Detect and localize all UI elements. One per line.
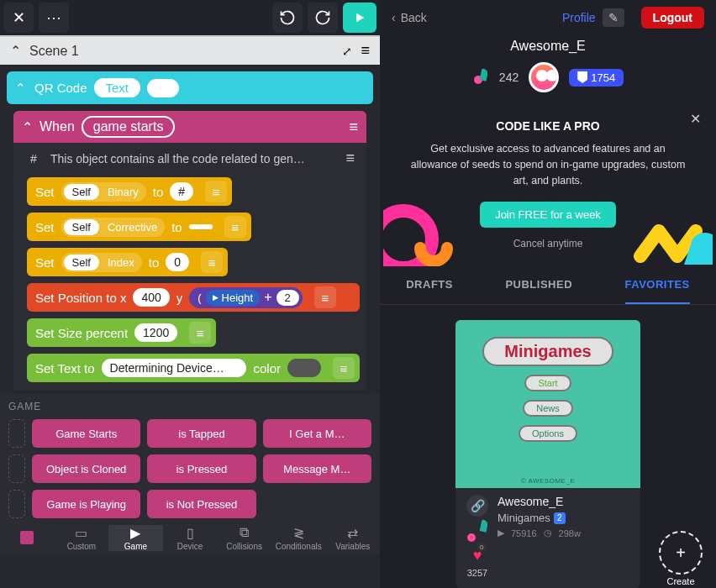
chevron-up-icon: ⌃ — [15, 81, 26, 96]
plant-icon — [466, 520, 489, 543]
object-value[interactable] — [147, 79, 179, 97]
value-input[interactable]: # — [170, 182, 193, 201]
device-icon: ▯ — [187, 525, 194, 540]
project-meta: 🔗 ♥ 0 3257 Awesome_E Minigames 2 — [455, 488, 640, 588]
event-i-get-message[interactable]: I Get a M… — [263, 419, 371, 448]
promo-decoration-right — [634, 197, 713, 266]
tab-published[interactable]: PUBLISHED — [505, 266, 572, 304]
conditionals-icon: ≷ — [293, 525, 304, 540]
promo-banner: ✕ CODE LIKE A PRO Get exclusive access t… — [383, 102, 713, 266]
close-icon[interactable]: ✕ — [690, 111, 701, 127]
like-count: 3257 — [467, 568, 487, 578]
play-button[interactable] — [343, 3, 376, 33]
value-input[interactable] — [189, 224, 213, 229]
project-author: Awesome_E — [498, 495, 630, 508]
undo-button[interactable] — [272, 3, 303, 33]
menu-icon[interactable]: ≡ — [333, 357, 355, 379]
panel-label: GAME — [8, 401, 371, 412]
variables-icon: ⇄ — [347, 525, 358, 540]
create-button[interactable]: + Create — [659, 531, 703, 575]
value-input[interactable]: 0 — [166, 253, 189, 271]
set-position-block[interactable]: Set Position to x 400 y ( ▶Height + 2 ≡ — [27, 283, 360, 312]
seed-count: 242 — [499, 71, 519, 84]
menu-icon[interactable]: ≡ — [205, 181, 227, 202]
chevron-left-icon: ‹ — [392, 11, 396, 24]
redo-button[interactable] — [308, 3, 338, 33]
size-input[interactable]: 1200 — [134, 323, 177, 342]
when-condition[interactable]: game starts — [82, 116, 176, 138]
event-message-matches[interactable]: Message M… — [263, 454, 371, 483]
set-text-block[interactable]: Set Text to Determining Device… color ≡ — [27, 354, 360, 382]
set-size-block[interactable]: Set Size percent 1200 ≡ — [27, 318, 216, 347]
back-button[interactable]: ‹ Back — [392, 11, 427, 24]
profile-header: Awesome_E 242 1754 — [380, 35, 716, 102]
object-block[interactable]: ⌃ QR Code Text — [7, 71, 373, 104]
code-editor: ⌃ QR Code Text ⌃ When game starts ≡ # Th… — [0, 65, 380, 588]
event-game-playing[interactable]: Game is Playing — [32, 490, 140, 518]
tab-game[interactable]: ▶Game — [108, 525, 163, 551]
set-corrective-block[interactable]: Set SelfCorrective to ≡ — [27, 213, 251, 241]
tab-looks[interactable] — [0, 525, 55, 551]
event-is-tapped[interactable]: is Tapped — [147, 419, 255, 448]
profile-tabs: DRAFTS PUBLISHED FAVORITES — [380, 266, 716, 305]
x-input[interactable]: 400 — [133, 288, 169, 307]
y-expression[interactable]: ( ▶Height + 2 — [189, 287, 303, 308]
username: Awesome_E — [510, 39, 586, 54]
project-thumbnail: Minigames Start News Options © AWESOME_E — [455, 320, 640, 488]
fullscreen-icon[interactable]: ⤢ — [342, 45, 352, 58]
when-label: When — [39, 119, 75, 134]
link-icon[interactable]: 🔗 — [466, 495, 488, 517]
set-index-block[interactable]: Set SelfIndex to 0 ≡ — [27, 248, 228, 276]
logout-button[interactable]: Logout — [641, 7, 704, 29]
project-card[interactable]: Minigames Start News Options © AWESOME_E… — [455, 320, 640, 588]
edit-icon[interactable]: ✎ — [603, 8, 624, 27]
trophy-badge[interactable]: 1754 — [569, 69, 624, 87]
tab-device[interactable]: ▯Device — [163, 525, 218, 551]
tab-favorites[interactable]: FAVORITES — [625, 266, 690, 304]
set-binary-block[interactable]: Set SelfBinary to # ≡ — [27, 177, 232, 206]
menu-icon[interactable]: ≡ — [345, 150, 355, 167]
thumb-start: Start — [524, 375, 571, 391]
event-is-pressed[interactable]: is Pressed — [147, 454, 255, 483]
comment-text: This object contains all the code relate… — [50, 152, 337, 165]
event-not-pressed[interactable]: is Not Pressed — [147, 490, 255, 518]
menu-icon[interactable]: ≡ — [361, 42, 370, 60]
chevron-up-icon: ⌃ — [10, 43, 21, 59]
close-button[interactable]: ✕ — [3, 3, 34, 33]
more-button[interactable]: ⋯ — [39, 3, 69, 33]
event-picker: GAME Game Starts is Tapped I Get a M… Ob… — [0, 394, 380, 522]
svg-marker-0 — [356, 13, 364, 23]
menu-icon[interactable]: ≡ — [189, 322, 211, 344]
menu-icon[interactable]: ≡ — [201, 251, 223, 273]
menu-icon[interactable]: ≡ — [349, 118, 358, 136]
rule-when-block[interactable]: ⌃ When game starts ≡ — [13, 111, 366, 143]
chevron-up-icon: ⌃ — [22, 119, 33, 135]
menu-icon[interactable]: ≡ — [224, 216, 246, 238]
promo-cta[interactable]: Join FREE for a week — [480, 202, 616, 228]
play-icon: ▶ — [498, 528, 504, 538]
scene-row[interactable]: ⌃ Scene 1 ⤢ ≡ — [0, 35, 380, 65]
clock-icon: ◷ — [544, 528, 552, 538]
tab-conditionals[interactable]: ≷Conditionals — [271, 525, 326, 551]
avatar[interactable] — [529, 62, 559, 92]
tab-custom[interactable]: ▭Custom — [55, 525, 109, 551]
tab-collisions[interactable]: ⧉Collisions — [217, 525, 271, 551]
drag-handle[interactable] — [8, 454, 25, 483]
color-input[interactable] — [287, 359, 321, 377]
comment-block[interactable]: # This object contains all the code rela… — [20, 146, 360, 171]
code-editor-pane: ✕ ⋯ ⌃ Scene 1 ⤢ ≡ ⌃ QR Code Text ⌃ When … — [0, 0, 380, 588]
tab-variables[interactable]: ⇄Variables — [325, 525, 380, 551]
square-icon — [20, 531, 34, 544]
drag-handle[interactable] — [8, 490, 25, 518]
drag-handle[interactable] — [8, 419, 25, 448]
promo-desc: Get exclusive access to advanced feature… — [408, 141, 687, 188]
object-name: QR Code — [34, 81, 87, 95]
event-object-cloned[interactable]: Object is Cloned — [32, 454, 140, 483]
tab-drafts[interactable]: DRAFTS — [406, 266, 453, 304]
text-input[interactable]: Determining Device… — [102, 359, 247, 377]
event-game-starts[interactable]: Game Starts — [32, 419, 140, 448]
object-text-pill[interactable]: Text — [94, 78, 141, 97]
profile-link[interactable]: Profile ✎ — [562, 8, 624, 27]
thumb-news: News — [523, 400, 573, 417]
menu-icon[interactable]: ≡ — [314, 286, 336, 308]
